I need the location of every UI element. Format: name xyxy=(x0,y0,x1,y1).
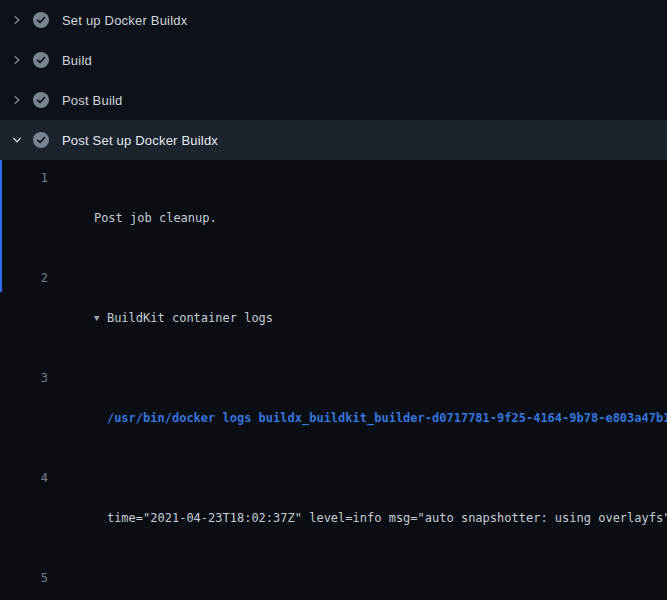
log-line-number[interactable]: 1 xyxy=(0,168,48,188)
step-label: Set up Docker Buildx xyxy=(62,13,187,28)
log-line: 1 Post job cleanup. xyxy=(0,168,667,268)
log-line: 4 time="2021-04-23T18:02:37Z" level=info… xyxy=(0,468,667,568)
log-lines: 1 Post job cleanup. 2 ▼BuildKit containe… xyxy=(0,168,667,600)
log-line-number[interactable]: 3 xyxy=(0,368,48,388)
log-line-number[interactable]: 4 xyxy=(0,468,48,488)
step-header-3[interactable]: Post Build xyxy=(0,80,667,120)
log-line-text: time="2021-04-23T18:02:37Z" level=info m… xyxy=(107,511,667,525)
check-circle-icon xyxy=(33,132,49,148)
log-line-content: time="2021-04-23T18:02:37Z" level=info m… xyxy=(94,511,667,525)
check-circle-icon xyxy=(33,92,49,108)
chevron-down-icon[interactable] xyxy=(10,133,24,147)
log-line-text: Post job cleanup. xyxy=(94,211,217,225)
step-label: Post Set up Docker Buildx xyxy=(62,133,218,148)
step-list: Set up Docker Buildx Build P xyxy=(0,0,667,160)
log-group-toggle[interactable]: ▼BuildKit container logs xyxy=(94,311,273,325)
chevron-right-icon[interactable] xyxy=(10,53,24,67)
chevron-right-icon[interactable] xyxy=(10,13,24,27)
log-container: 1 Post job cleanup. 2 ▼BuildKit containe… xyxy=(0,160,667,600)
log-line-text: /usr/bin/docker logs buildx_buildkit_bui… xyxy=(107,411,667,425)
step-label: Build xyxy=(62,53,92,68)
check-circle-icon xyxy=(33,12,49,28)
step-header-1[interactable]: Set up Docker Buildx xyxy=(0,0,667,40)
group-triangle-icon[interactable]: ▼ xyxy=(94,308,107,328)
log-line-content: /usr/bin/docker logs buildx_buildkit_bui… xyxy=(94,411,667,425)
step-label: Post Build xyxy=(62,93,123,108)
step-header-4[interactable]: Post Set up Docker Buildx xyxy=(0,120,667,160)
actions-log-viewer: { "theme": { "accent_blue": "#2f6feb", "… xyxy=(0,0,667,600)
log-line-content: Post job cleanup. xyxy=(94,211,217,225)
log-line-number[interactable]: 2 xyxy=(0,268,48,288)
step-header-2[interactable]: Build xyxy=(0,40,667,80)
check-circle-icon xyxy=(33,52,49,68)
chevron-right-icon[interactable] xyxy=(10,93,24,107)
log-line: 5 time="2021-04-23T18:02:37Z" level=warn… xyxy=(0,568,667,600)
log-line: 3 /usr/bin/docker logs buildx_buildkit_b… xyxy=(0,368,667,468)
log-line-text: BuildKit container logs xyxy=(107,311,273,325)
log-line: 2 ▼BuildKit container logs xyxy=(0,268,667,368)
log-line-number[interactable]: 5 xyxy=(0,568,48,588)
